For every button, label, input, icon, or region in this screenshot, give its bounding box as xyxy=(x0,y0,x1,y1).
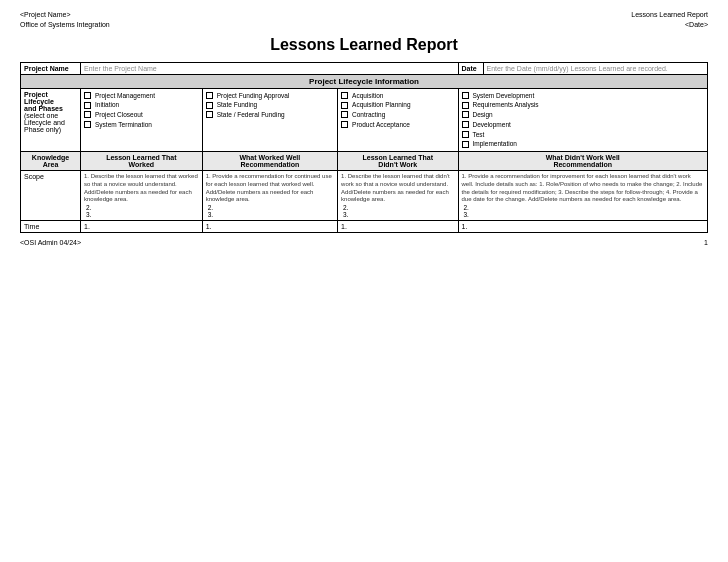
lifecycle-options-col2: Project Funding Approval State Funding S… xyxy=(206,91,334,120)
lifecycle-options-col1: Project Management Initiation Project Cl… xyxy=(84,91,199,130)
lifecycle-label: Project Lifecycle and Phases (select one… xyxy=(21,88,81,152)
checkbox-product-acceptance[interactable] xyxy=(341,121,348,128)
header-left: <Project Name> Office of Systems Integra… xyxy=(20,10,110,30)
col-header-lesson-worked: Lesson Learned That Worked xyxy=(81,152,203,171)
time-col3[interactable]: 1. xyxy=(338,221,458,233)
page-header: <Project Name> Office of Systems Integra… xyxy=(20,10,708,30)
scope-lesson-not-worked[interactable]: 1. Describe the lesson learned that didn… xyxy=(338,171,458,221)
time-label: Time xyxy=(21,221,81,233)
header-right: Lessons Learned Report <Date> xyxy=(631,10,708,30)
project-name-row: Project Name Enter the Project Name Date… xyxy=(21,62,708,74)
scope-col4-instruction: 1. Provide a recommendation for improvem… xyxy=(462,173,705,204)
footer-left: <OSI Admin 04/24> xyxy=(20,239,81,246)
project-name-label: Project Name xyxy=(21,62,81,74)
scope-col2-items: 2. 3. xyxy=(206,204,334,218)
checkbox-implementation[interactable] xyxy=(462,141,469,148)
date-label: Date xyxy=(458,62,483,74)
time-row: Time 1. 1. 1. 1. xyxy=(21,221,708,233)
scope-col1-items: 2. 3. xyxy=(84,204,199,218)
lifecycle-col2: Project Funding Approval State Funding S… xyxy=(202,88,337,152)
date-header: <Date> xyxy=(631,20,708,30)
lifecycle-row: Project Lifecycle and Phases (select one… xyxy=(21,88,708,152)
checkbox-pm[interactable] xyxy=(84,92,91,99)
scope-lesson-worked[interactable]: 1. Describe the lesson learned that work… xyxy=(81,171,203,221)
lifecycle-col4: System Development Requirements Analysis… xyxy=(458,88,708,152)
page-footer: <OSI Admin 04/24> 1 xyxy=(20,239,708,246)
lifecycle-options-col3: Acquisition Acquisition Planning Contrac… xyxy=(341,91,454,130)
time-col4[interactable]: 1. xyxy=(458,221,708,233)
checkbox-sys-dev[interactable] xyxy=(462,92,469,99)
project-name-value[interactable]: Enter the Project Name xyxy=(81,62,459,74)
col-header-worked-well-rec: What Worked Well Recommendation xyxy=(202,152,337,171)
checkbox-acquisition[interactable] xyxy=(341,92,348,99)
scope-col2-instruction: 1. Provide a recommendation for continue… xyxy=(206,173,334,204)
org-name-header: Office of Systems Integration xyxy=(20,20,110,30)
column-headers-row: Knowledge Area Lesson Learned That Worke… xyxy=(21,152,708,171)
checkbox-termination[interactable] xyxy=(84,121,91,128)
checkbox-closeout[interactable] xyxy=(84,111,91,118)
scope-col3-instruction: 1. Describe the lesson learned that didn… xyxy=(341,173,454,204)
col-header-knowledge: Knowledge Area xyxy=(21,152,81,171)
checkbox-test[interactable] xyxy=(462,131,469,138)
report-title-header: Lessons Learned Report xyxy=(631,10,708,20)
scope-not-worked-rec[interactable]: 1. Provide a recommendation for improvem… xyxy=(458,171,708,221)
checkbox-funding-approval[interactable] xyxy=(206,92,213,99)
checkbox-initiation[interactable] xyxy=(84,102,91,109)
lifecycle-options-col4: System Development Requirements Analysis… xyxy=(462,91,705,150)
scope-col1-instruction: 1. Describe the lesson learned that work… xyxy=(84,173,199,204)
time-col1[interactable]: 1. xyxy=(81,221,203,233)
checkbox-acq-planning[interactable] xyxy=(341,102,348,109)
time-col2[interactable]: 1. xyxy=(202,221,337,233)
scope-row: Scope 1. Describe the lesson learned tha… xyxy=(21,171,708,221)
checkbox-req-analysis[interactable] xyxy=(462,102,469,109)
checkbox-development[interactable] xyxy=(462,121,469,128)
checkbox-state-funding[interactable] xyxy=(206,102,213,109)
date-placeholder: Enter the Date (mm/dd/yy) Lessons Learne… xyxy=(487,65,668,72)
col-header-not-worked-rec: What Didn't Work Well Recommendation xyxy=(458,152,708,171)
project-name-header: <Project Name> xyxy=(20,10,110,20)
lifecycle-col1: Project Management Initiation Project Cl… xyxy=(81,88,203,152)
date-value[interactable]: Enter the Date (mm/dd/yy) Lessons Learne… xyxy=(483,62,708,74)
col-header-lesson-not-worked: Lesson Learned That Didn't Work xyxy=(338,152,458,171)
report-title: Lessons Learned Report xyxy=(20,36,708,54)
lifecycle-section-header: Project Lifecycle Information xyxy=(21,74,708,88)
scope-worked-well-rec[interactable]: 1. Provide a recommendation for continue… xyxy=(202,171,337,221)
checkbox-contracting[interactable] xyxy=(341,111,348,118)
checkbox-federal-funding[interactable] xyxy=(206,111,213,118)
scope-label: Scope xyxy=(21,171,81,221)
footer-right: 1 xyxy=(704,239,708,246)
lifecycle-col3: Acquisition Acquisition Planning Contrac… xyxy=(338,88,458,152)
scope-col3-items: 2. 3. xyxy=(341,204,454,218)
scope-col4-items: 2. 3. xyxy=(462,204,705,218)
lifecycle-header-row: Project Lifecycle Information xyxy=(21,74,708,88)
main-table: Project Name Enter the Project Name Date… xyxy=(20,62,708,234)
checkbox-design[interactable] xyxy=(462,111,469,118)
project-name-placeholder: Enter the Project Name xyxy=(84,65,157,72)
